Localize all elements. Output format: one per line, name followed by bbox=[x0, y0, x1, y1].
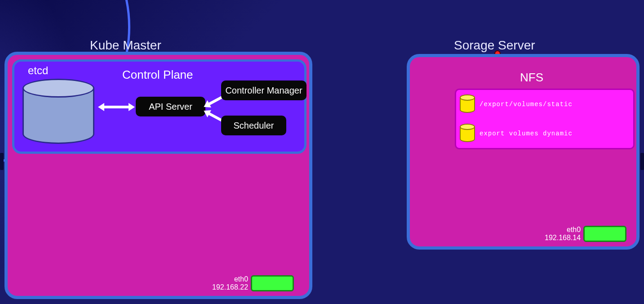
right-edge-tab bbox=[640, 153, 644, 170]
api-server-box: API Server bbox=[136, 97, 205, 116]
volume-disk-icon bbox=[460, 94, 475, 114]
left-edge-tab bbox=[0, 153, 4, 170]
kube-master-title: Kube Master bbox=[90, 38, 161, 53]
etcd-database-icon bbox=[22, 79, 94, 146]
network-interface-icon bbox=[251, 275, 294, 291]
control-plane-panel: etcd Control Plane API Server Controller… bbox=[12, 59, 306, 154]
nfs-title: NFS bbox=[520, 71, 543, 85]
api-server-label: API Server bbox=[149, 102, 192, 112]
kube-nic-ip: 192.168.22 bbox=[212, 283, 248, 291]
controller-manager-box: Controller Manager bbox=[221, 80, 306, 100]
nfs-volume-row: /export/volumes/static bbox=[460, 94, 573, 114]
nfs-panel: /export/volumes/static export volumes dy… bbox=[455, 89, 635, 149]
kube-nic-text: eth0 192.168.22 bbox=[212, 275, 248, 291]
volume-disk-icon bbox=[460, 124, 475, 143]
nfs-volume-path: /export/volumes/static bbox=[480, 101, 573, 108]
kube-nic: eth0 192.168.22 bbox=[212, 275, 294, 291]
controller-manager-label: Controller Manager bbox=[225, 85, 302, 96]
storage-server-title: Sorage Server bbox=[454, 38, 535, 53]
kube-nic-iface: eth0 bbox=[212, 275, 248, 283]
kube-master-panel: etcd Control Plane API Server Controller… bbox=[4, 52, 312, 299]
storage-nic-ip: 192.168.14 bbox=[545, 234, 581, 242]
storage-nic-text: eth0 192.168.14 bbox=[545, 226, 581, 241]
scheduler-label: Scheduler bbox=[233, 121, 274, 131]
nfs-volume-row: export volumes dynamic bbox=[460, 124, 573, 143]
nfs-volume-path: export volumes dynamic bbox=[480, 130, 573, 137]
arrow-etcd-apiserver bbox=[103, 106, 129, 108]
scheduler-box: Scheduler bbox=[221, 116, 286, 135]
network-interface-icon bbox=[583, 226, 626, 242]
storage-server-panel: NFS /export/volumes/static export volume… bbox=[407, 54, 640, 250]
etcd-label: etcd bbox=[28, 64, 48, 77]
storage-nic: eth0 192.168.14 bbox=[545, 226, 626, 242]
control-plane-title: Control Plane bbox=[122, 68, 193, 82]
storage-nic-iface: eth0 bbox=[545, 226, 581, 234]
